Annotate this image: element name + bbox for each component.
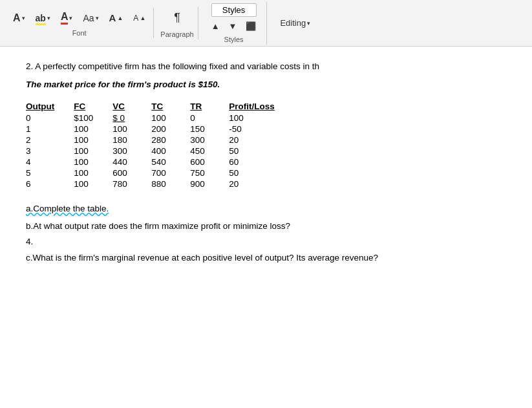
col-output: Output (26, 100, 74, 113)
table-cell: 0 (190, 113, 229, 123)
editing-label: Editing (280, 18, 306, 28)
question-text: 2. A perfectly competitive firm has the … (26, 59, 478, 74)
table-cell: $ 0 (112, 113, 151, 123)
part-b-text: b.At what output rate does the firm maxi… (26, 221, 290, 231)
font-label: Font (72, 29, 87, 37)
font-section: A ▾ ab ▾ A ▾ Aa ▾ (5, 8, 154, 38)
styles-expand-btn[interactable]: ⬛ (242, 19, 260, 33)
font-color-red-icon: A (61, 11, 69, 25)
table-cell: 0 (26, 113, 74, 123)
market-price-text: The market price for the firm's product … (26, 80, 220, 89)
part-a-text: a.Complete the table. (26, 204, 109, 213)
highlight-icon: ab (36, 13, 46, 23)
table-cell: 780 (112, 178, 151, 189)
table-cell: 3 (26, 145, 74, 156)
editing-btn[interactable]: Editing ▾ (276, 16, 314, 30)
table-cell: 600 (112, 167, 151, 178)
table-cell: 20 (229, 178, 294, 189)
table-row: 210018028030020 (26, 134, 294, 145)
table-row: 1100100200150-50 (26, 123, 294, 134)
col-fc: FC (74, 100, 112, 113)
paragraph-btn[interactable]: ¶ (164, 8, 190, 28)
table-cell: 880 (151, 178, 190, 189)
part-a-label: a.Complete the table. (26, 200, 478, 217)
table-cell: 540 (151, 156, 190, 167)
table-cell: 400 (151, 145, 190, 156)
table-cell: 100 (74, 156, 112, 167)
part-b-label: b.At what output rate does the firm maxi… (26, 217, 478, 235)
table-cell: 50 (229, 167, 294, 178)
font-aa-btn[interactable]: Aa ▾ (79, 11, 102, 25)
font-size-shrink-btn[interactable]: A▲ (129, 12, 149, 25)
paragraph-section: ¶ Paragraph (156, 6, 198, 39)
table-cell: 180 (112, 134, 151, 145)
font-color-red-btn[interactable]: A ▾ (57, 9, 77, 27)
table-cell: 150 (190, 123, 229, 134)
table-cell: 450 (190, 145, 229, 156)
table-cell: 20 (229, 134, 294, 145)
font-a-icon: A (13, 12, 21, 24)
styles-box[interactable]: Styles (211, 3, 257, 17)
answer-b: 4. (26, 235, 478, 249)
styles-down-btn[interactable]: ▼ (225, 19, 241, 33)
table-row: 410044054060060 (26, 156, 294, 167)
table-cell: 200 (151, 123, 190, 134)
table-cell: 100 (74, 145, 112, 156)
table-row: 610078088090020 (26, 178, 294, 189)
font-shrink-icon: A (133, 14, 138, 23)
table-cell: 280 (151, 134, 190, 145)
paragraph-label: Paragraph (160, 30, 193, 38)
col-tr: TR (190, 100, 229, 113)
font-grow-icon: A (109, 12, 116, 23)
font-color-btn[interactable]: A ▾ (9, 10, 29, 26)
table-row: 310030040045050 (26, 145, 294, 156)
page-content: 2. A perfectly competitive firm has the … (0, 47, 504, 279)
table-cell: 100 (229, 113, 294, 123)
editing-chevron: ▾ (307, 20, 310, 27)
highlight-chevron: ▾ (47, 15, 50, 21)
table-cell: 60 (229, 156, 294, 167)
styles-expand-icon: ⬛ (246, 21, 256, 31)
cost-table: Output FC VC TC TR Profit/Loss 0$100$ 01… (26, 100, 294, 189)
part-c-text: c.What is the firm's marginal revenue at… (26, 253, 378, 263)
table-cell: 600 (190, 156, 229, 167)
table-cell: 440 (112, 156, 151, 167)
question-body: 2. A perfectly competitive firm has the … (26, 61, 319, 71)
styles-down-icon: ▼ (229, 21, 237, 31)
part-c-label: c.What is the firm's marginal revenue at… (26, 249, 478, 266)
market-price-line: The market price for the firm's product … (26, 78, 478, 92)
table-cell: -50 (229, 123, 294, 134)
table-cell: 100 (74, 134, 112, 145)
table-header-row: Output FC VC TC TR Profit/Loss (26, 100, 294, 113)
table-cell: 900 (190, 178, 229, 189)
table-cell: 750 (190, 167, 229, 178)
col-tc: TC (151, 100, 190, 113)
table-row: 510060070075050 (26, 167, 294, 178)
table-cell: 100 (74, 123, 112, 134)
table-cell: 50 (229, 145, 294, 156)
styles-section: Styles ▲ ▼ ⬛ Styles (201, 2, 268, 45)
table-cell: 100 (112, 123, 151, 134)
table-cell: 100 (74, 167, 112, 178)
table-cell: 1 (26, 123, 74, 134)
font-aa-icon: Aa (83, 13, 94, 23)
table-cell: 300 (190, 134, 229, 145)
table-row: 0$100$ 01000100 (26, 113, 294, 123)
col-vc: VC (112, 100, 151, 113)
styles-section-label: Styles (224, 36, 244, 43)
font-aa-chevron: ▾ (96, 15, 99, 21)
styles-label: Styles (222, 5, 245, 15)
paragraph-icon: ¶ (174, 11, 180, 25)
styles-up-btn[interactable]: ▲ (207, 19, 224, 33)
toolbar-left: A ▾ ab ▾ A ▾ Aa ▾ (5, 2, 527, 45)
table-cell: 100 (151, 113, 190, 123)
ribbon-toolbar: A ▾ ab ▾ A ▾ Aa ▾ (0, 0, 532, 47)
font-size-grow-btn[interactable]: A▲ (105, 10, 127, 25)
table-cell: 5 (26, 167, 74, 178)
table-cell: 300 (112, 145, 151, 156)
table-cell: $100 (74, 113, 112, 123)
table-cell: 2 (26, 134, 74, 145)
table-cell: 4 (26, 156, 74, 167)
highlight-btn[interactable]: ab ▾ (32, 11, 54, 25)
table-cell: 700 (151, 167, 190, 178)
